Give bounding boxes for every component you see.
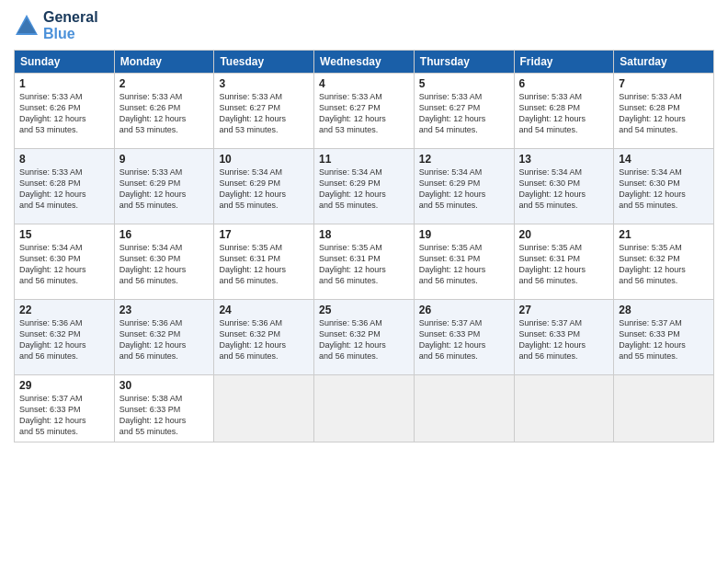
- day-number: 24: [219, 304, 309, 316]
- day-info: Sunrise: 5:36 AM Sunset: 6:32 PM Dayligh…: [119, 317, 210, 362]
- day-info: Sunrise: 5:37 AM Sunset: 6:33 PM Dayligh…: [519, 317, 609, 362]
- col-header-thursday: Thursday: [414, 51, 514, 74]
- day-number: 23: [119, 304, 210, 316]
- day-info: Sunrise: 5:33 AM Sunset: 6:26 PM Dayligh…: [19, 91, 109, 136]
- calendar-cell: 27Sunrise: 5:37 AM Sunset: 6:33 PM Dayli…: [514, 300, 614, 375]
- day-number: 4: [319, 77, 409, 90]
- calendar-cell: 21Sunrise: 5:35 AM Sunset: 6:32 PM Dayli…: [614, 224, 714, 300]
- calendar-cell: 24Sunrise: 5:36 AM Sunset: 6:32 PM Dayli…: [214, 300, 314, 375]
- calendar-cell: 22Sunrise: 5:36 AM Sunset: 6:32 PM Dayli…: [15, 300, 115, 375]
- calendar-cell: 18Sunrise: 5:35 AM Sunset: 6:31 PM Dayli…: [314, 224, 415, 300]
- day-info: Sunrise: 5:34 AM Sunset: 6:29 PM Dayligh…: [219, 167, 309, 212]
- day-info: Sunrise: 5:34 AM Sunset: 6:30 PM Dayligh…: [519, 167, 609, 212]
- calendar-header-row: Sunday Monday Tuesday Wednesday Thursday…: [15, 51, 714, 74]
- day-info: Sunrise: 5:35 AM Sunset: 6:32 PM Dayligh…: [619, 242, 709, 287]
- calendar-cell: [414, 375, 514, 442]
- calendar-cell: 17Sunrise: 5:35 AM Sunset: 6:31 PM Dayli…: [214, 224, 314, 300]
- day-info: Sunrise: 5:33 AM Sunset: 6:26 PM Dayligh…: [119, 91, 210, 136]
- day-info: Sunrise: 5:33 AM Sunset: 6:27 PM Dayligh…: [319, 91, 409, 136]
- day-info: Sunrise: 5:35 AM Sunset: 6:31 PM Dayligh…: [419, 242, 509, 287]
- day-info: Sunrise: 5:34 AM Sunset: 6:30 PM Dayligh…: [119, 242, 210, 287]
- logo: General Blue: [14, 9, 98, 42]
- calendar-cell: 10Sunrise: 5:34 AM Sunset: 6:29 PM Dayli…: [214, 149, 314, 224]
- calendar-cell: 26Sunrise: 5:37 AM Sunset: 6:33 PM Dayli…: [414, 300, 514, 375]
- day-number: 28: [619, 304, 709, 316]
- calendar-cell: 8Sunrise: 5:33 AM Sunset: 6:28 PM Daylig…: [15, 149, 115, 224]
- calendar-cell: 7Sunrise: 5:33 AM Sunset: 6:28 PM Daylig…: [614, 74, 714, 149]
- col-header-sunday: Sunday: [15, 51, 115, 74]
- calendar-cell: 6Sunrise: 5:33 AM Sunset: 6:28 PM Daylig…: [514, 74, 614, 149]
- calendar-cell: [214, 375, 314, 442]
- calendar-row-1: 1Sunrise: 5:33 AM Sunset: 6:26 PM Daylig…: [15, 74, 714, 149]
- col-header-friday: Friday: [514, 51, 614, 74]
- day-info: Sunrise: 5:34 AM Sunset: 6:29 PM Dayligh…: [419, 167, 509, 212]
- day-info: Sunrise: 5:33 AM Sunset: 6:27 PM Dayligh…: [419, 91, 509, 136]
- col-header-wednesday: Wednesday: [314, 51, 415, 74]
- calendar-cell: 28Sunrise: 5:37 AM Sunset: 6:33 PM Dayli…: [614, 300, 714, 375]
- day-number: 12: [419, 153, 509, 166]
- day-number: 20: [519, 228, 609, 241]
- day-number: 22: [19, 304, 109, 316]
- day-number: 18: [319, 228, 409, 241]
- day-number: 25: [319, 304, 409, 316]
- day-number: 30: [119, 379, 210, 392]
- calendar-cell: 25Sunrise: 5:36 AM Sunset: 6:32 PM Dayli…: [314, 300, 415, 375]
- day-number: 5: [419, 77, 509, 90]
- day-number: 17: [219, 228, 309, 241]
- day-number: 19: [419, 228, 509, 241]
- day-info: Sunrise: 5:38 AM Sunset: 6:33 PM Dayligh…: [119, 393, 210, 438]
- col-header-tuesday: Tuesday: [214, 51, 314, 74]
- logo-icon: [14, 13, 40, 39]
- day-number: 11: [319, 153, 409, 166]
- day-info: Sunrise: 5:33 AM Sunset: 6:27 PM Dayligh…: [219, 91, 309, 136]
- calendar-cell: 9Sunrise: 5:33 AM Sunset: 6:29 PM Daylig…: [114, 149, 214, 224]
- day-number: 2: [119, 77, 210, 90]
- day-number: 21: [619, 228, 709, 241]
- calendar-cell: 30Sunrise: 5:38 AM Sunset: 6:33 PM Dayli…: [114, 375, 214, 442]
- calendar-row-3: 15Sunrise: 5:34 AM Sunset: 6:30 PM Dayli…: [15, 224, 714, 300]
- day-number: 26: [419, 304, 509, 316]
- col-header-monday: Monday: [114, 51, 214, 74]
- day-info: Sunrise: 5:35 AM Sunset: 6:31 PM Dayligh…: [319, 242, 409, 287]
- calendar-cell: 2Sunrise: 5:33 AM Sunset: 6:26 PM Daylig…: [114, 74, 214, 149]
- day-number: 7: [619, 77, 709, 90]
- header: General Blue: [14, 9, 714, 42]
- calendar-cell: 13Sunrise: 5:34 AM Sunset: 6:30 PM Dayli…: [514, 149, 614, 224]
- calendar-cell: 19Sunrise: 5:35 AM Sunset: 6:31 PM Dayli…: [414, 224, 514, 300]
- day-number: 15: [19, 228, 109, 241]
- calendar-cell: [614, 375, 714, 442]
- day-number: 29: [19, 379, 109, 392]
- calendar-cell: 12Sunrise: 5:34 AM Sunset: 6:29 PM Dayli…: [414, 149, 514, 224]
- day-info: Sunrise: 5:35 AM Sunset: 6:31 PM Dayligh…: [519, 242, 609, 287]
- day-info: Sunrise: 5:35 AM Sunset: 6:31 PM Dayligh…: [219, 242, 309, 287]
- calendar-cell: [514, 375, 614, 442]
- day-number: 1: [19, 77, 109, 90]
- day-number: 9: [119, 153, 210, 166]
- day-info: Sunrise: 5:37 AM Sunset: 6:33 PM Dayligh…: [19, 393, 109, 438]
- day-number: 27: [519, 304, 609, 316]
- calendar-cell: [314, 375, 415, 442]
- day-number: 13: [519, 153, 609, 166]
- calendar-table: Sunday Monday Tuesday Wednesday Thursday…: [14, 50, 714, 442]
- col-header-saturday: Saturday: [614, 51, 714, 74]
- calendar-cell: 11Sunrise: 5:34 AM Sunset: 6:29 PM Dayli…: [314, 149, 415, 224]
- calendar-cell: 3Sunrise: 5:33 AM Sunset: 6:27 PM Daylig…: [214, 74, 314, 149]
- day-info: Sunrise: 5:36 AM Sunset: 6:32 PM Dayligh…: [19, 317, 109, 362]
- calendar-cell: 29Sunrise: 5:37 AM Sunset: 6:33 PM Dayli…: [15, 375, 115, 442]
- day-info: Sunrise: 5:34 AM Sunset: 6:30 PM Dayligh…: [19, 242, 109, 287]
- day-info: Sunrise: 5:33 AM Sunset: 6:29 PM Dayligh…: [119, 167, 210, 212]
- calendar-row-5: 29Sunrise: 5:37 AM Sunset: 6:33 PM Dayli…: [15, 375, 714, 442]
- calendar-body: 1Sunrise: 5:33 AM Sunset: 6:26 PM Daylig…: [15, 74, 714, 442]
- day-info: Sunrise: 5:33 AM Sunset: 6:28 PM Dayligh…: [19, 167, 109, 212]
- day-info: Sunrise: 5:33 AM Sunset: 6:28 PM Dayligh…: [519, 91, 609, 136]
- calendar-cell: 15Sunrise: 5:34 AM Sunset: 6:30 PM Dayli…: [15, 224, 115, 300]
- calendar-cell: 1Sunrise: 5:33 AM Sunset: 6:26 PM Daylig…: [15, 74, 115, 149]
- day-info: Sunrise: 5:34 AM Sunset: 6:30 PM Dayligh…: [619, 167, 709, 212]
- day-number: 16: [119, 228, 210, 241]
- calendar-cell: 14Sunrise: 5:34 AM Sunset: 6:30 PM Dayli…: [614, 149, 714, 224]
- calendar-cell: 20Sunrise: 5:35 AM Sunset: 6:31 PM Dayli…: [514, 224, 614, 300]
- calendar-row-2: 8Sunrise: 5:33 AM Sunset: 6:28 PM Daylig…: [15, 149, 714, 224]
- calendar-row-4: 22Sunrise: 5:36 AM Sunset: 6:32 PM Dayli…: [15, 300, 714, 375]
- day-info: Sunrise: 5:36 AM Sunset: 6:32 PM Dayligh…: [319, 317, 409, 362]
- calendar-cell: 16Sunrise: 5:34 AM Sunset: 6:30 PM Dayli…: [114, 224, 214, 300]
